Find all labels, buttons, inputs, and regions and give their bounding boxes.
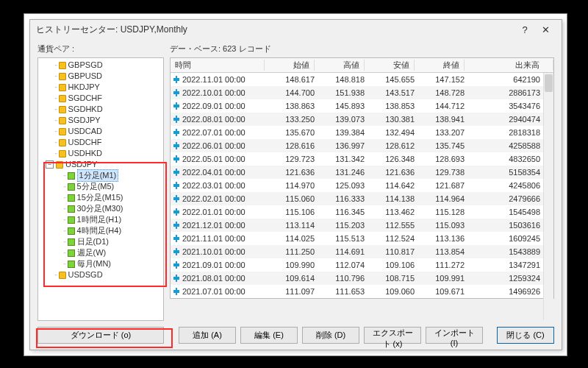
delete-button[interactable]: 削除 (D) — [302, 327, 359, 344]
cell-open: 138.863 — [265, 102, 315, 110]
table-row[interactable]: 2022.06.01 00:00128.616136.997128.612135… — [171, 139, 553, 152]
col-close[interactable]: 終値 — [415, 60, 465, 71]
table-row[interactable]: 2021.11.01 00:00114.025115.513112.524113… — [171, 232, 553, 245]
table-row[interactable]: 2022.08.01 00:00133.250139.073130.381138… — [171, 113, 553, 126]
cell-volume: 5158354 — [465, 168, 553, 177]
cell-time: 2022.09.01 00:00 — [182, 102, 245, 110]
tree-symbol-selected[interactable]: USDJPY — [65, 159, 97, 170]
tree-timeframe-selected[interactable]: 1分足(M1) — [77, 169, 119, 182]
cell-time: 2022.04.01 00:00 — [182, 168, 245, 177]
candle-icon — [173, 288, 179, 295]
cell-volume: 2886173 — [465, 88, 553, 97]
table-row[interactable]: 2022.07.01 00:00135.670139.384132.494133… — [171, 126, 553, 139]
table-row[interactable]: 2022.09.01 00:00138.863145.893138.853144… — [171, 99, 553, 113]
cell-high: 148.818 — [315, 75, 365, 84]
help-button[interactable]: ? — [514, 24, 535, 35]
tree-timeframe[interactable]: 毎月(MN) — [77, 258, 111, 269]
cell-open: 115.060 — [265, 194, 315, 203]
cell-volume: 1543889 — [465, 247, 553, 256]
col-time[interactable]: 時間 — [171, 60, 265, 71]
cell-high: 131.246 — [315, 168, 365, 177]
table-row[interactable]: 2022.05.01 00:00129.723131.342126.348128… — [171, 152, 553, 166]
table-row[interactable]: 2022.04.01 00:00121.636131.246121.636129… — [171, 166, 553, 179]
tree-timeframe[interactable]: 5分足(M5) — [77, 181, 115, 192]
timeframe-icon — [68, 227, 75, 235]
cell-low: 145.655 — [365, 75, 415, 84]
candle-icon — [173, 222, 179, 229]
table-row[interactable]: 2022.03.01 00:00114.970125.093114.642121… — [171, 179, 553, 192]
cell-close: 113.136 — [415, 234, 465, 243]
tree-symbol[interactable]: USDHKD — [68, 148, 102, 159]
cell-time: 2021.07.01 00:00 — [182, 287, 245, 296]
col-volume[interactable]: 出来高 — [465, 60, 553, 71]
tree-symbol[interactable]: SGDHKD — [68, 104, 103, 115]
table-row[interactable]: 2022.02.01 00:00115.060116.333114.138114… — [171, 192, 553, 205]
tree-timeframe[interactable]: 30分足(M30) — [77, 203, 123, 214]
tree-symbol[interactable]: USDCAD — [68, 126, 102, 137]
cell-high: 131.342 — [315, 155, 365, 163]
tree-symbol[interactable]: GBPSGD — [68, 60, 103, 71]
cell-low: 143.517 — [365, 88, 415, 97]
tree-symbol[interactable]: SGDCHF — [68, 93, 102, 104]
vertical-scrollbar[interactable] — [543, 73, 553, 320]
candle-icon — [173, 116, 179, 123]
tree-timeframe[interactable]: 週足(W) — [77, 247, 107, 258]
timeframe-icon — [68, 216, 75, 224]
cell-close: 135.745 — [415, 141, 465, 150]
import-button[interactable]: インポート (I) — [426, 327, 483, 344]
edit-button[interactable]: 編集 (E) — [240, 327, 298, 344]
cell-open: 113.114 — [265, 221, 315, 230]
download-button[interactable]: ダウンロード (o) — [37, 327, 164, 344]
tree-timeframe[interactable]: 4時間足(H4) — [77, 225, 122, 236]
table-row[interactable]: 2021.10.01 00:00111.250114.691110.817113… — [171, 245, 553, 258]
tree-symbol[interactable]: HKDJPY — [68, 82, 100, 93]
table-row[interactable]: 2021.07.01 00:00111.097111.653109.060109… — [171, 285, 553, 298]
timeframe-icon — [68, 250, 75, 257]
folder-icon — [59, 117, 66, 124]
cell-time: 2022.03.01 00:00 — [182, 181, 245, 190]
export-button[interactable]: エクスポート (x) — [364, 327, 421, 344]
tree-symbol[interactable]: USDSGD — [68, 269, 103, 280]
cell-high: 145.893 — [315, 102, 365, 110]
cell-time: 2022.07.01 00:00 — [182, 128, 245, 137]
titlebar: ヒストリーセンター: USDJPY,Monthly ? ✕ — [30, 20, 562, 39]
table-row[interactable]: 2022.01.01 00:00115.106116.345113.462115… — [171, 205, 553, 219]
cell-time: 2022.05.01 00:00 — [182, 155, 245, 163]
candle-icon — [173, 195, 179, 202]
table-row[interactable]: 2021.09.01 00:00109.990112.074109.106111… — [171, 258, 553, 272]
cell-low: 109.106 — [365, 261, 415, 269]
ohlc-table[interactable]: 時間 始値 高値 安値 終値 出来高 2022.11.01 00:00148.6… — [170, 57, 554, 299]
cell-volume: 4245806 — [465, 181, 553, 190]
cell-open: 109.990 — [265, 261, 315, 269]
table-row[interactable]: 2021.08.01 00:00109.614110.796108.715109… — [171, 272, 553, 285]
cell-high: 115.203 — [315, 221, 365, 230]
tree-timeframe[interactable]: 日足(D1) — [77, 236, 109, 247]
table-row[interactable]: 2021.12.01 00:00113.114115.203112.555115… — [171, 219, 553, 232]
tree-timeframe[interactable]: 1時間足(H1) — [77, 214, 122, 225]
col-open[interactable]: 始値 — [265, 60, 315, 71]
cell-low: 112.555 — [365, 221, 415, 230]
close-button[interactable]: 閉じる (C) — [497, 327, 554, 344]
table-row[interactable]: 2022.11.01 00:00148.617148.818145.655147… — [171, 73, 553, 86]
add-button[interactable]: 追加 (A) — [179, 327, 236, 344]
tree-symbol[interactable]: USDCHF — [68, 137, 102, 148]
folder-icon — [59, 150, 66, 158]
tree-collapse-icon[interactable]: − — [46, 160, 54, 169]
col-low[interactable]: 安値 — [365, 60, 415, 71]
col-high[interactable]: 高値 — [315, 60, 365, 71]
tree-symbol[interactable]: SGDJPY — [68, 115, 101, 126]
close-window-button[interactable]: ✕ — [535, 24, 556, 35]
folder-icon — [59, 139, 66, 146]
cell-time: 2022.01.01 00:00 — [182, 208, 245, 216]
cell-high: 115.513 — [315, 234, 365, 243]
folder-icon — [59, 95, 66, 102]
table-row[interactable]: 2022.10.01 00:00144.700151.938143.517148… — [171, 86, 553, 99]
symbol-tree[interactable]: ··GBPSGD··GBPUSD··HKDJPY··SGDCHF··SGDHKD… — [37, 57, 164, 321]
tree-symbol[interactable]: GBPUSD — [68, 71, 102, 82]
cell-open: 144.700 — [265, 88, 315, 97]
candle-icon — [173, 248, 179, 255]
scrollbar-thumb[interactable] — [545, 74, 553, 92]
tree-timeframe[interactable]: 15分足(M15) — [77, 192, 123, 203]
timeframe-icon — [68, 261, 75, 268]
cell-open: 115.106 — [265, 208, 315, 216]
